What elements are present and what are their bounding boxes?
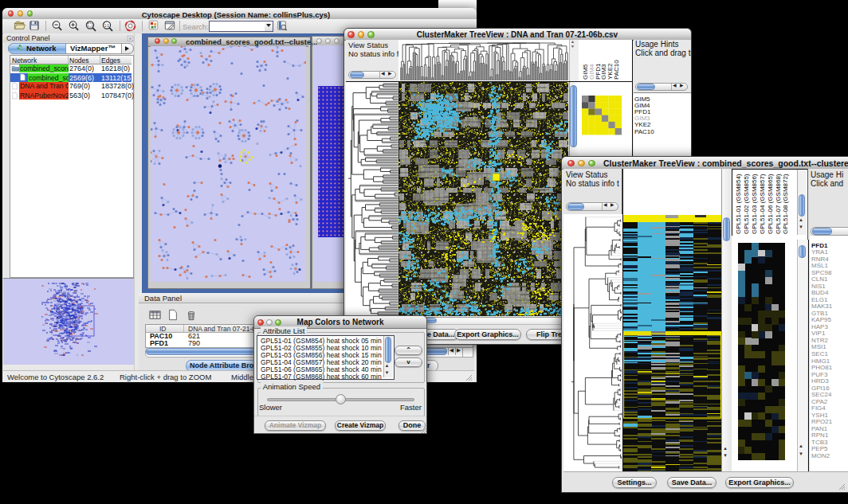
svg-text:1:1: 1:1 <box>104 24 110 28</box>
